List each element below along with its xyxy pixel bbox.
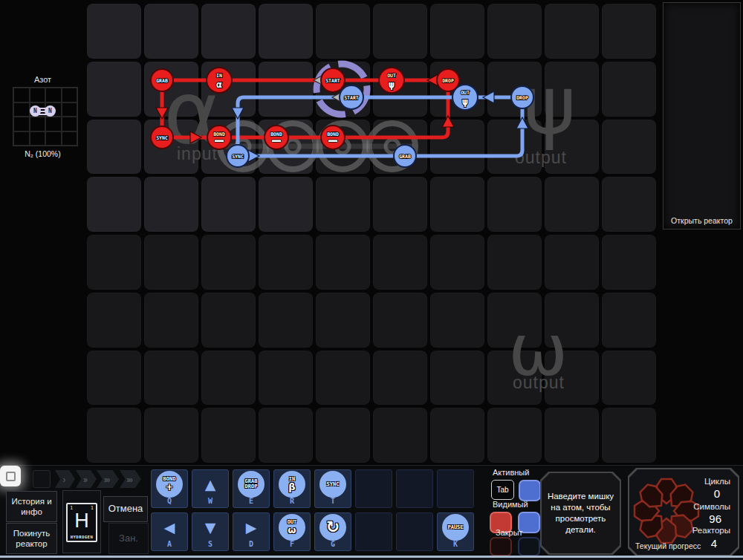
tool-arrow-down[interactable]: ▼S bbox=[192, 512, 229, 551]
rotate-icon: ↻ bbox=[319, 514, 346, 541]
reactor-cell[interactable] bbox=[316, 235, 370, 290]
reactor-preview-panel[interactable]: Открыть реактор bbox=[663, 2, 741, 229]
reactor-cell[interactable] bbox=[545, 235, 599, 290]
reactor-cell[interactable] bbox=[602, 120, 656, 175]
reactor-cell[interactable] bbox=[144, 408, 198, 463]
reactor-cell[interactable] bbox=[144, 235, 198, 290]
toolbar-slot-empty bbox=[355, 512, 392, 551]
playback-slot[interactable] bbox=[33, 470, 51, 488]
speed-button-4[interactable]: ››› bbox=[120, 470, 141, 488]
reactor-cell[interactable] bbox=[259, 62, 313, 117]
reactor-cell[interactable] bbox=[316, 177, 370, 232]
reactor-cell[interactable] bbox=[316, 4, 370, 59]
reactor-cell[interactable] bbox=[259, 4, 313, 59]
reactor-cell[interactable] bbox=[430, 62, 484, 117]
tool-sync[interactable]: SYNCT bbox=[314, 469, 351, 508]
active-blue-waldo-toggle[interactable] bbox=[519, 480, 541, 501]
reactor-cell[interactable] bbox=[487, 4, 542, 59]
history-info-button[interactable]: История и инфо bbox=[6, 491, 57, 522]
hotkey-letter: S bbox=[192, 540, 228, 548]
reactor-cell[interactable] bbox=[87, 293, 141, 348]
closed-red-waldo-toggle[interactable] bbox=[490, 537, 512, 556]
reactor-cell[interactable] bbox=[259, 235, 313, 290]
speed-button-2[interactable]: ›› bbox=[76, 470, 97, 488]
reactor-cell[interactable] bbox=[259, 120, 313, 175]
open-reactor-label[interactable]: Открыть реактор bbox=[663, 216, 740, 225]
reactor-cell[interactable] bbox=[602, 293, 656, 348]
reactor-cell[interactable] bbox=[430, 408, 484, 463]
reactor-cell[interactable] bbox=[487, 177, 542, 232]
tool-arrow-right[interactable]: ▶D bbox=[233, 512, 270, 551]
reactor-cell[interactable] bbox=[201, 177, 256, 232]
reactor-cell[interactable] bbox=[430, 235, 484, 290]
speed-button-1[interactable]: › bbox=[55, 470, 75, 488]
reactor-cell[interactable] bbox=[373, 351, 427, 406]
tool-in-beta[interactable]: INβR bbox=[273, 469, 311, 508]
closed-blue-waldo-toggle[interactable] bbox=[518, 537, 540, 556]
reactor-cell[interactable] bbox=[373, 120, 427, 175]
reactor-cell[interactable] bbox=[201, 408, 256, 463]
reactor-cell[interactable] bbox=[602, 62, 656, 117]
tool-arrow-left[interactable]: ◀A bbox=[151, 512, 188, 551]
reactor-cell[interactable] bbox=[430, 4, 484, 59]
reactor-cell[interactable] bbox=[430, 293, 484, 348]
reactor-cell[interactable] bbox=[373, 293, 427, 348]
tool-rotate[interactable]: ↻G bbox=[314, 512, 351, 551]
tool-bond-plus[interactable]: BOND+Q bbox=[151, 469, 188, 508]
reactor-cell[interactable] bbox=[316, 351, 370, 406]
molecule-grid-cell bbox=[62, 102, 78, 117]
reactor-cell[interactable] bbox=[87, 351, 141, 406]
reactor-cell[interactable] bbox=[201, 293, 256, 348]
reactor-cell[interactable] bbox=[87, 235, 141, 290]
reactor-cell[interactable] bbox=[87, 62, 141, 117]
reactor-cell[interactable] bbox=[602, 177, 656, 232]
reactor-cell[interactable] bbox=[602, 4, 656, 59]
reactor-cell[interactable] bbox=[545, 408, 599, 463]
reactor-cell[interactable] bbox=[545, 177, 599, 232]
reactor-cell[interactable] bbox=[316, 293, 370, 348]
reactor-cell[interactable] bbox=[430, 351, 484, 406]
reactor-cell[interactable] bbox=[259, 177, 313, 232]
element-tile-hydrogen[interactable]: 1 1 H HYDROGEN bbox=[62, 490, 101, 553]
zone-glyph-ψ: ψ bbox=[523, 65, 576, 146]
reactor-cell[interactable] bbox=[602, 351, 656, 406]
reactor-cell[interactable] bbox=[144, 293, 198, 348]
reactor-cell[interactable] bbox=[316, 62, 370, 117]
tool-out-omega[interactable]: OUTωF bbox=[273, 512, 311, 551]
reactor-cell[interactable] bbox=[144, 4, 198, 59]
reactor-cell[interactable] bbox=[487, 235, 542, 290]
reactor-cell[interactable] bbox=[87, 408, 141, 463]
cancel-button[interactable]: Отмена bbox=[103, 496, 148, 522]
reactor-cell[interactable] bbox=[373, 235, 427, 290]
tool-grab-drop[interactable]: GRABDROPE bbox=[233, 469, 270, 508]
reactor-cell[interactable] bbox=[373, 177, 427, 232]
reactor-cell[interactable] bbox=[144, 177, 198, 232]
tool-arrow-up[interactable]: ▲W bbox=[192, 469, 229, 508]
reactor-cell[interactable] bbox=[259, 293, 313, 348]
reactor-cell[interactable] bbox=[430, 120, 484, 175]
speed-button-3[interactable]: ››› bbox=[97, 470, 119, 488]
reactor-cell[interactable] bbox=[487, 408, 542, 463]
reactor-cell[interactable] bbox=[430, 177, 484, 232]
leave-reactor-button[interactable]: Покинуть реактор bbox=[6, 523, 57, 554]
reactor-cell[interactable] bbox=[259, 408, 313, 463]
reactor-cell[interactable] bbox=[87, 120, 141, 175]
reactor-cell[interactable] bbox=[201, 4, 256, 59]
stop-button[interactable] bbox=[0, 466, 21, 486]
reactor-cell[interactable] bbox=[373, 4, 427, 59]
tool-pause[interactable]: PAUSEK bbox=[437, 512, 474, 551]
reactor-cell[interactable] bbox=[602, 235, 656, 290]
reactor-cell[interactable] bbox=[373, 62, 427, 117]
reactor-cell[interactable] bbox=[201, 235, 256, 290]
reactor-cell[interactable] bbox=[144, 351, 198, 406]
reactor-cell[interactable] bbox=[316, 408, 370, 463]
reactor-cell[interactable] bbox=[373, 408, 427, 463]
reactor-cell[interactable] bbox=[87, 4, 141, 59]
reactor-cell[interactable] bbox=[545, 4, 599, 59]
reactor-cell[interactable] bbox=[201, 351, 256, 406]
reactor-cell[interactable] bbox=[259, 351, 313, 406]
reactor-cell[interactable] bbox=[316, 120, 370, 175]
reactor-cell[interactable] bbox=[602, 408, 656, 463]
reactor-cell[interactable] bbox=[87, 177, 141, 232]
instruction-icon: OUTω bbox=[279, 514, 305, 541]
